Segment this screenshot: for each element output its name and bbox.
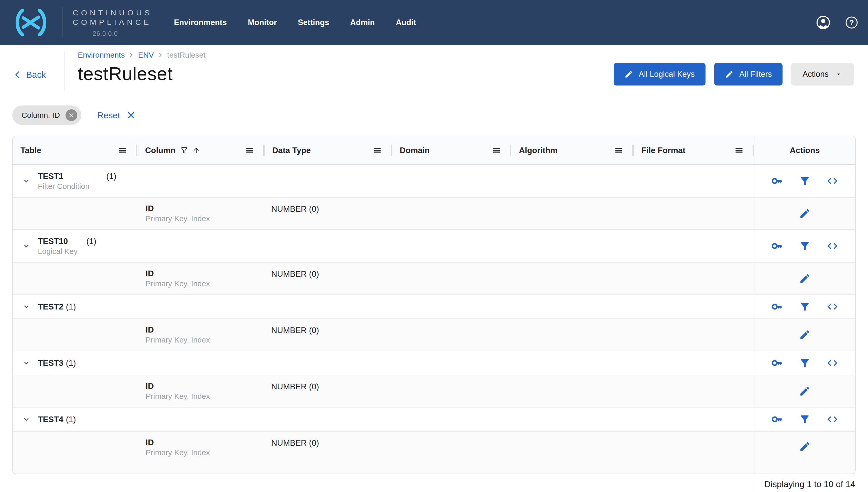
back-label: Back (26, 70, 46, 80)
sort-ascending-icon[interactable] (193, 146, 200, 154)
expand-row-icon[interactable] (22, 302, 31, 311)
caret-down-icon (835, 70, 842, 78)
pagination-status: Displaying 1 to 10 of 14 (0, 474, 868, 489)
column-attributes: Primary Key, Index (146, 279, 264, 288)
column-attributes: Primary Key, Index (146, 448, 264, 457)
logical-key-icon[interactable] (771, 175, 783, 187)
code-icon[interactable] (826, 175, 838, 187)
header-buttons: All Logical Keys All Filters Actions (614, 63, 854, 85)
edit-icon[interactable] (799, 273, 811, 285)
logical-key-icon[interactable] (771, 240, 783, 252)
column-header-data-type: Data Type (264, 136, 392, 164)
header-label-domain: Domain (400, 146, 430, 155)
column-name: ID (146, 268, 264, 278)
column-menu-icon[interactable] (734, 146, 744, 155)
column-menu-icon[interactable] (614, 146, 623, 155)
column-name: ID (146, 325, 264, 335)
filter-active-icon[interactable] (180, 146, 188, 154)
table-name: TEST10 (38, 236, 68, 246)
edit-icon[interactable] (799, 207, 811, 219)
all-filters-button[interactable]: All Filters (714, 63, 783, 85)
help-icon[interactable] (845, 16, 858, 29)
expand-row-icon[interactable] (22, 415, 31, 424)
breadcrumb-current: testRuleset (167, 51, 205, 59)
nav-item-settings[interactable]: Settings (298, 18, 329, 27)
filter-chip-label: Column: ID (22, 111, 60, 120)
edit-icon[interactable] (799, 329, 811, 341)
edit-icon[interactable] (799, 385, 811, 397)
brand-block: CONTINUOUS COMPLIANCE 26.0.0.0 (73, 8, 153, 38)
all-filters-label: All Filters (739, 70, 772, 79)
table-row-group-test4: TEST4 (1) (13, 408, 855, 432)
column-count: (1) (66, 358, 76, 368)
nav-item-environments[interactable]: Environments (174, 18, 227, 27)
back-chevron-icon (13, 70, 22, 79)
column-menu-icon[interactable] (118, 146, 127, 155)
back-button[interactable]: Back (13, 70, 46, 80)
filter-icon[interactable] (799, 413, 811, 425)
expand-row-icon[interactable] (22, 359, 31, 367)
column-header-domain: Domain (392, 136, 511, 164)
nav-item-audit[interactable]: Audit (396, 18, 416, 27)
column-header-column: Column (137, 136, 264, 164)
breadcrumb: Environments ENV testRuleset (78, 51, 205, 59)
breadcrumb-separator-icon (157, 51, 164, 58)
close-icon (127, 111, 135, 120)
filter-icon[interactable] (799, 357, 811, 369)
filter-icon[interactable] (799, 240, 811, 252)
expand-row-icon[interactable] (22, 177, 31, 185)
table-row-test3-id: ID Primary Key, Index NUMBER (0) (13, 375, 855, 408)
app-logo[interactable] (12, 9, 50, 36)
header-label-file-format: File Format (641, 146, 685, 155)
breadcrumb-separator-icon (128, 51, 135, 58)
table-row-group-test2: TEST2 (1) (13, 295, 855, 319)
edit-icon[interactable] (799, 441, 811, 452)
all-logical-keys-button[interactable]: All Logical Keys (614, 63, 706, 85)
title-block: Environments ENV testRuleset testRuleset (78, 51, 205, 84)
nav-item-monitor[interactable]: Monitor (248, 18, 277, 27)
user-account-icon[interactable] (816, 15, 831, 30)
header-label-actions: Actions (790, 146, 820, 155)
table-row-test10-id: ID Primary Key, Index NUMBER (0) (13, 263, 855, 295)
filter-chip-column-id[interactable]: Column: ID (12, 105, 81, 125)
actions-label: Actions (802, 70, 828, 79)
filter-icon[interactable] (799, 301, 811, 313)
breadcrumb-env[interactable]: ENV (138, 51, 154, 59)
column-count: (1) (66, 414, 76, 424)
table-row-test1-id: ID Primary Key, Index NUMBER (0) (13, 198, 855, 230)
top-navbar: CONTINUOUS COMPLIANCE 26.0.0.0 Environme… (0, 0, 868, 45)
column-menu-icon[interactable] (492, 146, 501, 155)
actions-dropdown-button[interactable]: Actions (791, 63, 854, 85)
code-icon[interactable] (826, 357, 838, 369)
reset-filters-button[interactable]: Reset (97, 110, 135, 120)
delphix-logo-icon (12, 9, 50, 36)
table-header-row: Table Column Data Type Domain Algorithm … (13, 136, 855, 165)
app-version: 26.0.0.0 (93, 30, 153, 38)
breadcrumb-environments[interactable]: Environments (78, 51, 125, 59)
table-name: TEST2 (38, 301, 63, 312)
active-filters-row: Column: ID Reset (12, 105, 868, 125)
code-icon[interactable] (826, 413, 838, 425)
data-type-value: NUMBER (0) (264, 375, 392, 407)
data-type-value: NUMBER (0) (264, 432, 392, 473)
column-header-file-format: File Format (634, 136, 754, 164)
page-title: testRuleset (78, 63, 205, 84)
header-label-algorithm: Algorithm (519, 146, 558, 155)
expand-row-icon[interactable] (22, 242, 31, 250)
navbar-right (816, 15, 858, 30)
table-row-group-test1: TEST1 (1) Filter Condition (13, 165, 855, 198)
column-menu-icon[interactable] (245, 146, 254, 155)
logical-key-icon[interactable] (771, 357, 783, 369)
code-icon[interactable] (826, 240, 838, 252)
column-menu-icon[interactable] (373, 146, 382, 155)
pencil-icon (725, 70, 734, 79)
remove-filter-button[interactable] (66, 109, 77, 121)
nav-item-admin[interactable]: Admin (350, 18, 375, 27)
header-label-table: Table (21, 146, 41, 155)
column-header-table: Table (13, 136, 137, 164)
code-icon[interactable] (826, 301, 838, 313)
filter-icon[interactable] (799, 175, 811, 187)
brand-line-1: CONTINUOUS (73, 8, 153, 18)
logical-key-icon[interactable] (771, 301, 783, 313)
logical-key-icon[interactable] (771, 413, 783, 425)
